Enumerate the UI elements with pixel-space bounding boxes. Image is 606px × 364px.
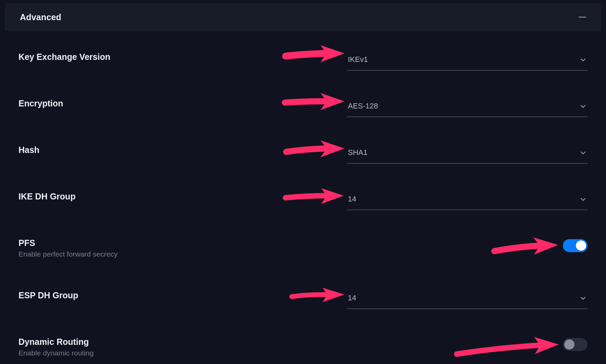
row-hash: Hash SHA1 <box>18 144 588 164</box>
toggle-knob <box>564 339 575 350</box>
select-ike-dh-group[interactable]: 14 <box>347 191 588 210</box>
chevron-down-icon <box>581 151 585 155</box>
toggle-dynamic-routing[interactable] <box>563 338 588 351</box>
description-pfs: Enable perfect forward secrecy <box>18 250 347 258</box>
description-dynamic-routing: Enable dynamic routing <box>18 349 347 357</box>
select-hash[interactable]: SHA1 <box>347 144 588 164</box>
select-value: AES-128 <box>348 102 378 110</box>
label-hash: Hash <box>18 145 347 155</box>
section-title: Advanced <box>20 12 61 22</box>
label-ike-dh-group: IKE DH Group <box>18 192 347 202</box>
row-esp-dh-group: ESP DH Group 14 <box>18 290 588 309</box>
select-key-exchange[interactable]: IKEv1 <box>347 51 588 70</box>
collapse-minus-icon[interactable] <box>579 17 586 17</box>
section-body: Key Exchange Version IKEv1 Encr <box>5 31 601 357</box>
chevron-down-icon <box>581 296 585 301</box>
row-pfs: PFS Enable perfect forward secrecy <box>18 237 588 258</box>
label-key-exchange: Key Exchange Version <box>18 52 347 62</box>
chevron-down-icon <box>581 197 585 202</box>
row-key-exchange: Key Exchange Version IKEv1 <box>18 51 588 70</box>
chevron-down-icon <box>581 104 585 109</box>
row-ike-dh-group: IKE DH Group 14 <box>18 191 588 210</box>
chevron-down-icon <box>581 57 585 62</box>
select-value: IKEv1 <box>348 55 368 64</box>
label-encryption: Encryption <box>18 99 347 108</box>
row-encryption: Encryption AES-128 <box>18 98 588 117</box>
row-dynamic-routing: Dynamic Routing Enable dynamic routing <box>18 336 588 357</box>
section-header-advanced[interactable]: Advanced <box>5 3 601 31</box>
select-value: 14 <box>348 294 356 302</box>
label-dynamic-routing: Dynamic Routing <box>18 337 347 347</box>
label-esp-dh-group: ESP DH Group <box>18 290 347 300</box>
select-esp-dh-group[interactable]: 14 <box>347 290 588 309</box>
toggle-pfs[interactable] <box>563 239 588 252</box>
select-encryption[interactable]: AES-128 <box>347 98 588 117</box>
select-value: 14 <box>348 195 356 204</box>
toggle-knob <box>576 240 586 251</box>
select-value: SHA1 <box>348 148 367 157</box>
label-pfs: PFS <box>18 238 347 248</box>
